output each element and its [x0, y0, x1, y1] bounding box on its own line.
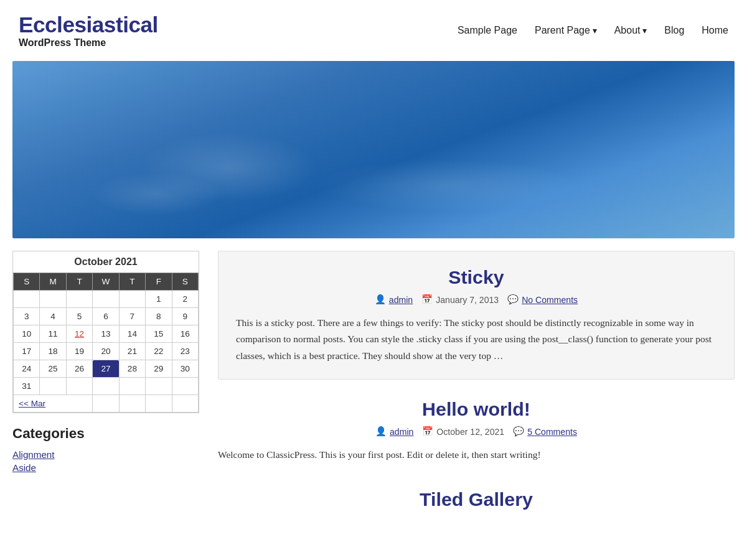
post-excerpt: Welcome to ClassicPress. This is your fi…	[218, 447, 735, 463]
cal-cell: 23	[172, 343, 198, 360]
cal-cell: 22	[146, 343, 172, 360]
cal-cell	[93, 291, 119, 308]
cal-cell	[93, 378, 119, 395]
nav-blog[interactable]: Blog	[664, 25, 684, 36]
site-tagline: WordPress Theme	[19, 37, 158, 49]
author-link[interactable]: admin	[390, 427, 413, 437]
cal-cell	[40, 291, 66, 308]
cal-cell: 26	[66, 360, 92, 378]
cal-cell: 7	[119, 308, 145, 325]
person-icon: 👤	[375, 294, 386, 305]
categories-list: AlignmentAside	[12, 449, 199, 473]
hero-banner	[12, 61, 735, 238]
regular-post: Hello world! 👤 admin 📅 October 12, 2021 …	[218, 392, 735, 475]
nav-about[interactable]: About	[614, 25, 647, 36]
cal-header-s: S	[14, 273, 40, 291]
categories-title: Categories	[12, 426, 199, 442]
cal-cell	[40, 378, 66, 395]
main-nav: Sample Page Parent Page About Blog Home	[458, 25, 728, 36]
post-date: 📅 October 12, 2021	[422, 426, 504, 437]
date-text: January 7, 2013	[436, 295, 499, 305]
calendar-widget: October 2021 S M T W T F S 1234567891011…	[12, 251, 199, 413]
site-header: Ecclesiastical WordPress Theme Sample Pa…	[0, 0, 747, 61]
cal-cell: 8	[146, 308, 172, 325]
tiled-gallery-post: Tiled Gallery	[218, 482, 735, 529]
cal-cell	[119, 291, 145, 308]
cal-cell: 29	[146, 360, 172, 378]
content-area: October 2021 S M T W T F S 1234567891011…	[0, 238, 747, 535]
cal-cell: 3	[14, 308, 40, 325]
author-link[interactable]: admin	[389, 295, 413, 305]
person-icon: 👤	[375, 426, 387, 437]
cal-cell: 21	[119, 343, 145, 360]
cal-link-12[interactable]: 12	[75, 329, 84, 338]
cal-cell: 2	[172, 291, 198, 308]
cal-cell: 18	[40, 343, 66, 360]
cal-cell: 31	[14, 378, 40, 395]
calendar-body: 1234567891011121314151617181920212223242…	[14, 291, 199, 413]
cal-cell: 24	[14, 360, 40, 378]
sidebar: October 2021 S M T W T F S 1234567891011…	[12, 251, 199, 475]
categories-widget: Categories AlignmentAside	[12, 426, 199, 473]
cal-cell: 1	[146, 291, 172, 308]
cal-cell: 13	[93, 325, 119, 343]
calendar-prev-link[interactable]: << Mar	[19, 399, 45, 408]
cal-header-t1: T	[66, 273, 92, 291]
cal-cell	[66, 378, 92, 395]
cal-cell: 11	[40, 325, 66, 343]
cal-cell: 5	[66, 308, 92, 325]
site-title-wrap: Ecclesiastical WordPress Theme	[19, 12, 158, 49]
cal-header-m: M	[40, 273, 66, 291]
comment-icon: 💬	[513, 426, 524, 437]
post-comments: 💬 No Comments	[507, 294, 578, 305]
site-title[interactable]: Ecclesiastical	[19, 12, 158, 37]
cal-cell: 25	[40, 360, 66, 378]
posts-area: Sticky 👤 admin 📅 January 7, 2013 💬 No Co…	[218, 251, 735, 535]
cal-header-w: W	[93, 273, 119, 291]
cal-cell: 15	[146, 325, 172, 343]
cal-cell[interactable]: 12	[66, 325, 92, 343]
calendar-icon: 📅	[422, 426, 433, 437]
post-author: 👤 admin	[375, 294, 413, 305]
category-item[interactable]: Alignment	[12, 449, 199, 460]
post-date: 📅 January 7, 2013	[421, 294, 499, 305]
cal-cell: 14	[119, 325, 145, 343]
cal-cell: 20	[93, 343, 119, 360]
post-author: 👤 admin	[375, 426, 413, 437]
category-item[interactable]: Aside	[12, 462, 199, 473]
cal-cell	[14, 291, 40, 308]
cal-header-t2: T	[119, 273, 145, 291]
comments-link[interactable]: 5 Comments	[527, 427, 577, 437]
calendar-table: S M T W T F S 12345678910111213141516171…	[13, 273, 199, 413]
cal-cell	[146, 378, 172, 395]
cal-header-s2: S	[172, 273, 198, 291]
cal-cell: 16	[172, 325, 198, 343]
comments-link[interactable]: No Comments	[522, 295, 578, 305]
cal-cell: 6	[93, 308, 119, 325]
cal-cell: 4	[40, 308, 66, 325]
cal-cell: 30	[172, 360, 198, 378]
calendar-icon: 📅	[421, 294, 433, 305]
cal-cell	[172, 378, 198, 395]
cal-cell	[119, 378, 145, 395]
cal-cell: 9	[172, 308, 198, 325]
sticky-post: Sticky 👤 admin 📅 January 7, 2013 💬 No Co…	[218, 251, 735, 380]
post-meta-regular: 👤 admin 📅 October 12, 2021 💬 5 Comments	[218, 426, 735, 437]
post-title-sticky[interactable]: Sticky	[236, 266, 716, 288]
cal-cell: 28	[119, 360, 145, 378]
post-comments: 💬 5 Comments	[513, 426, 577, 437]
nav-parent-page[interactable]: Parent Page	[535, 25, 597, 36]
post-meta-sticky: 👤 admin 📅 January 7, 2013 💬 No Comments	[236, 294, 716, 305]
cal-cell: 27	[93, 360, 119, 378]
comment-icon: 💬	[507, 294, 519, 305]
cal-cell: 10	[14, 325, 40, 343]
cal-cell	[66, 291, 92, 308]
nav-sample-page[interactable]: Sample Page	[458, 25, 517, 36]
nav-home[interactable]: Home	[702, 25, 728, 36]
post-title-tiled[interactable]: Tiled Gallery	[218, 488, 735, 510]
calendar-title: October 2021	[13, 251, 199, 273]
post-excerpt: This is a sticky post. There are a few t…	[236, 315, 716, 364]
cal-cell: 17	[14, 343, 40, 360]
date-text: October 12, 2021	[436, 427, 504, 437]
post-title-regular[interactable]: Hello world!	[218, 398, 735, 420]
